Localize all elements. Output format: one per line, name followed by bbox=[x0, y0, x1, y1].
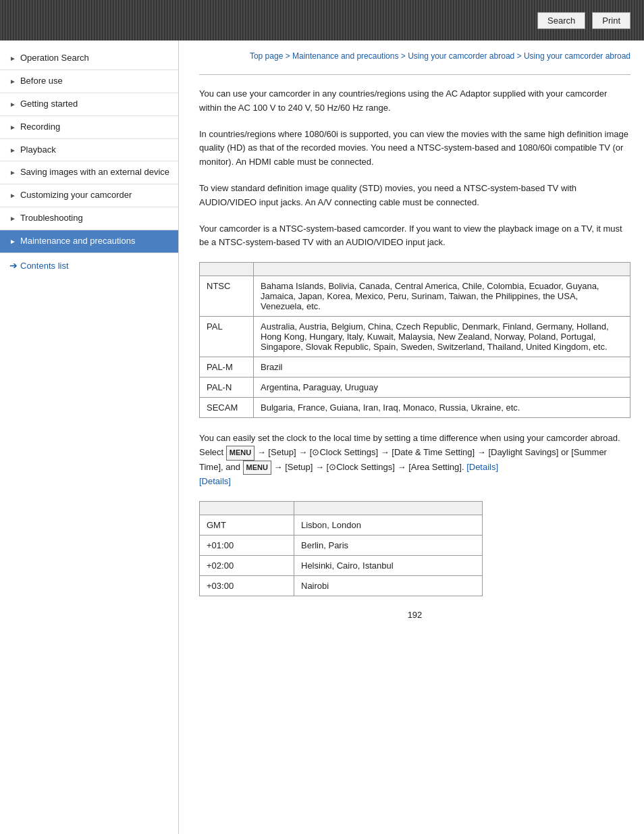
divider bbox=[199, 74, 630, 75]
tz-plus3: +03:00 bbox=[200, 575, 294, 596]
sidebar-item-label: Operation Search bbox=[20, 53, 89, 64]
table-row: NTSC Bahama Islands, Bolivia, Canada, Ce… bbox=[200, 276, 630, 317]
contents-list-label: Contents list bbox=[20, 261, 69, 271]
arrow-icon: ► bbox=[9, 100, 16, 109]
arrow-icon: ► bbox=[9, 191, 16, 200]
arrow-icon: ► bbox=[9, 123, 16, 132]
arrow-icon: ► bbox=[9, 214, 16, 223]
countries-pal: Australia, Austria, Belgium, China, Czec… bbox=[254, 317, 630, 357]
sidebar-item-customizing[interactable]: ► Customizing your camcorder bbox=[0, 184, 178, 207]
sidebar-item-recording[interactable]: ► Recording bbox=[0, 116, 178, 139]
breadcrumb-current: Using your camcorder abroad bbox=[524, 51, 630, 61]
countries-ntsc: Bahama Islands, Bolivia, Canada, Central… bbox=[254, 276, 630, 317]
tz-gmt: GMT bbox=[200, 515, 294, 535]
arrow-icon: ► bbox=[9, 77, 16, 86]
sidebar-item-label: Playback bbox=[20, 145, 56, 156]
sidebar-item-label: Getting started bbox=[20, 99, 78, 110]
arrow-right-icon: ➔ bbox=[9, 260, 18, 271]
page-number: 192 bbox=[199, 610, 630, 620]
gmt-header-city bbox=[294, 501, 483, 515]
sidebar-item-maintenance[interactable]: ► Maintenance and precautions bbox=[0, 230, 178, 253]
gmt-header-tz bbox=[200, 501, 294, 515]
sidebar-item-label: Before use bbox=[20, 76, 63, 87]
header-system bbox=[200, 263, 254, 276]
countries-secam: Bulgaria, France, Guiana, Iran, Iraq, Mo… bbox=[254, 398, 630, 418]
gmt-header-row bbox=[200, 501, 483, 515]
clock-text-mid4: Clock Settings] → [Area Setting]. bbox=[336, 462, 464, 472]
menu-badge-2: MENU bbox=[243, 461, 271, 475]
clock-paragraph: You can easily set the clock to the loca… bbox=[199, 432, 630, 489]
system-secam: SECAM bbox=[200, 398, 254, 418]
clock-text-mid1: → [Setup] → [ bbox=[254, 447, 312, 457]
table-row: +01:00 Berlin, Paris bbox=[200, 535, 483, 555]
sidebar-item-label: Saving images with an external device bbox=[20, 167, 169, 178]
sidebar-item-operation-search[interactable]: ► Operation Search bbox=[0, 47, 178, 70]
sidebar-item-saving-images[interactable]: ► Saving images with an external device bbox=[0, 161, 178, 184]
city-plus3: Nairobi bbox=[294, 575, 483, 596]
sidebar-item-label: Troubleshooting bbox=[20, 213, 83, 224]
arrow-icon: ► bbox=[9, 146, 16, 155]
countries-palm: Brazil bbox=[254, 357, 630, 377]
paragraph-4: Your camcorder is a NTSC-system-based ca… bbox=[199, 222, 630, 251]
city-plus1: Berlin, Paris bbox=[294, 535, 483, 555]
table-row: GMT Lisbon, London bbox=[200, 515, 483, 535]
system-ntsc: NTSC bbox=[200, 276, 254, 317]
breadcrumb-maintenance[interactable]: Maintenance and precautions bbox=[292, 51, 398, 61]
contents-list-link[interactable]: ➔ Contents list bbox=[0, 253, 178, 278]
gmt-table: GMT Lisbon, London +01:00 Berlin, Paris … bbox=[199, 501, 483, 596]
sidebar-item-label: Customizing your camcorder bbox=[20, 190, 132, 201]
page-layout: ► Operation Search ► Before use ► Gettin… bbox=[0, 41, 644, 834]
sidebar-item-label: Recording bbox=[20, 122, 60, 133]
system-pal: PAL bbox=[200, 317, 254, 357]
details-link-1[interactable]: [Details] bbox=[466, 462, 498, 472]
system-paln: PAL-N bbox=[200, 377, 254, 398]
table-row: +02:00 Helsinki, Cairo, Istanbul bbox=[200, 555, 483, 575]
arrow-icon: ► bbox=[9, 54, 16, 63]
header: Search Print bbox=[0, 0, 644, 41]
clock-icon-2: ⊙ bbox=[329, 462, 336, 472]
table-header-row bbox=[200, 263, 630, 276]
table-row: +03:00 Nairobi bbox=[200, 575, 483, 596]
breadcrumb-top[interactable]: Top page bbox=[250, 51, 283, 61]
table-row: SECAM Bulgaria, France, Guiana, Iran, Ir… bbox=[200, 398, 630, 418]
sidebar-item-label: Maintenance and precautions bbox=[20, 236, 136, 247]
arrow-icon: ► bbox=[9, 237, 16, 246]
table-row: PAL-M Brazil bbox=[200, 357, 630, 377]
table-row: PAL-N Argentina, Paraguay, Uruguay bbox=[200, 377, 630, 398]
sidebar-item-playback[interactable]: ► Playback bbox=[0, 139, 178, 162]
menu-badge-1: MENU bbox=[226, 446, 254, 461]
city-plus2: Helsinki, Cairo, Istanbul bbox=[294, 555, 483, 575]
sidebar-item-troubleshooting[interactable]: ► Troubleshooting bbox=[0, 207, 178, 230]
arrow-icon: ► bbox=[9, 168, 16, 177]
print-button[interactable]: Print bbox=[592, 12, 630, 29]
sidebar: ► Operation Search ► Before use ► Gettin… bbox=[0, 41, 179, 834]
countries-paln: Argentina, Paraguay, Uruguay bbox=[254, 377, 630, 398]
clock-icon: ⊙ bbox=[312, 447, 319, 457]
breadcrumb-using-abroad[interactable]: Using your camcorder abroad bbox=[408, 51, 514, 61]
clock-text-mid3: → [Setup] → [ bbox=[271, 462, 329, 472]
paragraph-3: To view standard definition image qualit… bbox=[199, 182, 630, 210]
table-row: PAL Australia, Austria, Belgium, China, … bbox=[200, 317, 630, 357]
header-countries bbox=[254, 263, 630, 276]
details-link-2[interactable]: [Details] bbox=[199, 476, 231, 486]
breadcrumb: Top page > Maintenance and precautions >… bbox=[199, 41, 630, 68]
tz-plus2: +02:00 bbox=[200, 555, 294, 575]
tv-systems-table: NTSC Bahama Islands, Bolivia, Canada, Ce… bbox=[199, 262, 630, 418]
paragraph-1: You can use your camcorder in any countr… bbox=[199, 87, 630, 115]
paragraph-2: In countries/regions where 1080/60i is s… bbox=[199, 128, 630, 170]
sidebar-item-getting-started[interactable]: ► Getting started bbox=[0, 93, 178, 116]
sidebar-item-before-use[interactable]: ► Before use bbox=[0, 70, 178, 93]
system-palm: PAL-M bbox=[200, 357, 254, 377]
search-button[interactable]: Search bbox=[537, 12, 585, 29]
tz-plus1: +01:00 bbox=[200, 535, 294, 555]
main-content: Top page > Maintenance and precautions >… bbox=[179, 41, 644, 834]
city-gmt: Lisbon, London bbox=[294, 515, 483, 535]
